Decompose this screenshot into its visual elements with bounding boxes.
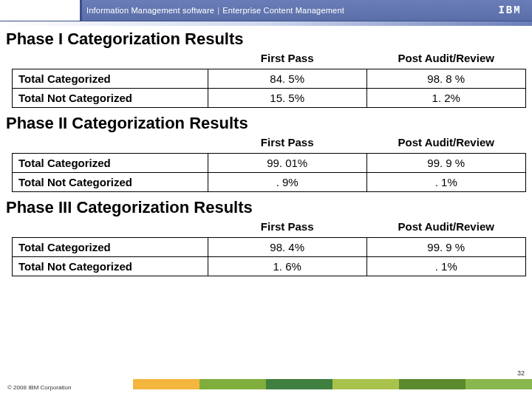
ibm-logo: IBM <box>488 0 532 21</box>
table-header-col1: First Pass <box>208 50 366 69</box>
phase-3-title: Phase III Categorization Results <box>6 198 526 217</box>
cell-value: 99. 9 % <box>366 154 525 173</box>
cell-value: 84. 5% <box>208 69 366 89</box>
table-row: Total Not Categorized 1. 6% . 1% <box>13 257 526 276</box>
table-header-col2: Post Audit/Review <box>366 134 525 154</box>
cell-value: 99. 01% <box>208 154 366 173</box>
copyright: © 2008 IBM Corporation <box>7 384 74 391</box>
phase-2-title: Phase II Categorization Results <box>6 114 526 133</box>
cell-value: 1. 6% <box>208 257 366 276</box>
table-header-blank <box>13 50 208 69</box>
breadcrumb: Information Management software | Enterp… <box>82 0 488 21</box>
phase-1-table: First Pass Post Audit/Review Total Categ… <box>12 50 526 108</box>
cell-value: 15. 5% <box>208 89 366 108</box>
cell-value: 98. 8 % <box>366 69 526 89</box>
table-header-col2: Post Audit/Review <box>366 219 526 238</box>
footer-color-block <box>266 379 332 389</box>
table-header-col1: First Pass <box>208 134 366 154</box>
cell-value: 1. 2% <box>366 89 526 108</box>
breadcrumb-item-2: Enterprise Content Management <box>222 6 344 15</box>
page-number: 32 <box>517 369 525 377</box>
phase-3-table: First Pass Post Audit/Review Total Categ… <box>12 219 526 276</box>
row-label: Total Categorized <box>13 238 208 257</box>
cell-value: . 9% <box>208 173 366 192</box>
topbar: Information Management software | Enterp… <box>0 0 532 21</box>
footer-color-block <box>200 379 266 389</box>
phase-1-title: Phase I Categorization Results <box>6 30 526 49</box>
breadcrumb-separator: | <box>214 6 222 15</box>
footer-color-block <box>399 379 466 389</box>
row-label: Total Not Categorized <box>13 173 208 192</box>
table-row: Total Not Categorized . 9% . 1% <box>13 173 526 192</box>
cell-value: . 1% <box>366 257 526 276</box>
cell-value: 98. 4% <box>208 238 366 257</box>
slide-content: Phase I Categorization Results First Pas… <box>0 25 532 374</box>
row-label: Total Categorized <box>13 154 208 173</box>
table-row: Total Categorized 98. 4% 99. 9 % <box>13 238 526 257</box>
table-header-blank <box>13 219 208 238</box>
footer: © 2008 IBM Corporation <box>0 379 532 395</box>
row-label: Total Categorized <box>13 69 208 89</box>
slide: Information Management software | Enterp… <box>0 0 532 399</box>
table-header-col2: Post Audit/Review <box>366 50 526 69</box>
table-header-col1: First Pass <box>208 219 366 238</box>
row-label: Total Not Categorized <box>13 257 208 276</box>
table-header-blank <box>13 134 208 154</box>
breadcrumb-item-1: Information Management software <box>86 6 214 15</box>
cell-value: . 1% <box>366 173 525 192</box>
footer-color-block <box>332 379 399 389</box>
footer-color-block <box>466 379 532 389</box>
cell-value: 99. 9 % <box>366 238 526 257</box>
phase-2-table: First Pass Post Audit/Review Total Categ… <box>12 134 526 192</box>
row-label: Total Not Categorized <box>13 89 208 108</box>
footer-stripe <box>0 379 532 389</box>
table-row: Total Not Categorized 15. 5% 1. 2% <box>13 89 526 108</box>
table-row: Total Categorized 99. 01% 99. 9 % <box>13 154 526 173</box>
table-row: Total Categorized 84. 5% 98. 8 % <box>13 69 526 89</box>
topbar-spacer <box>0 0 82 21</box>
footer-color-block <box>133 379 200 389</box>
